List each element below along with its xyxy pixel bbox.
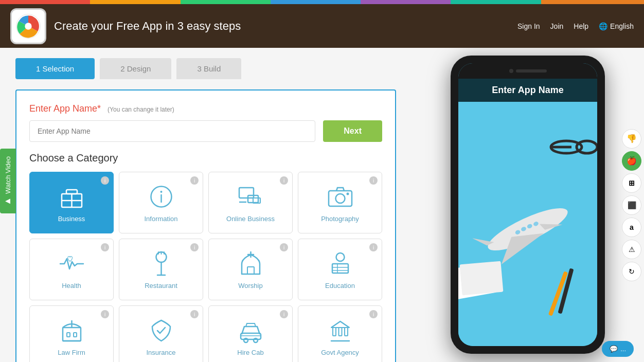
app-name-label: Enter App Name* (You can change it later…	[29, 103, 382, 114]
svg-rect-36	[241, 333, 261, 339]
svg-rect-43	[345, 328, 348, 336]
amazon-icon: a	[630, 223, 634, 231]
online-business-icon	[237, 183, 265, 211]
amazon-icon-btn[interactable]: a	[622, 218, 641, 237]
right-panel: Enter App Name	[412, 48, 644, 362]
info-badge-education[interactable]: i	[369, 243, 378, 251]
svg-rect-41	[333, 328, 336, 336]
play-icon: ▶	[4, 198, 12, 206]
tab-selection[interactable]: 1 Selection	[15, 58, 95, 79]
worship-label: Worship	[238, 282, 262, 289]
insurance-icon	[147, 316, 175, 345]
govt-agency-icon	[326, 316, 354, 345]
form-area: Enter App Name* (You can change it later…	[15, 89, 396, 362]
info-badge-law-firm[interactable]: i	[101, 310, 109, 318]
category-grid: i Business i	[29, 172, 382, 362]
info-badge-online-business[interactable]: i	[280, 176, 288, 185]
health-icon	[58, 249, 86, 278]
phone-mockup: Enter App Name	[451, 56, 605, 354]
svg-point-8	[160, 191, 162, 193]
info-badge-insurance[interactable]: i	[190, 310, 199, 318]
category-photography[interactable]: i Photography	[298, 172, 382, 233]
category-health[interactable]: i Health	[29, 239, 114, 300]
page-subtitle: Create your Free App in 3 easy steps	[54, 20, 241, 33]
info-badge-restaurant[interactable]: i	[190, 243, 199, 251]
restaurant-icon	[147, 249, 175, 278]
info-badge-information[interactable]: i	[190, 176, 199, 185]
logo-icon	[10, 8, 46, 44]
hire-cab-icon	[237, 316, 265, 345]
svg-rect-54	[460, 261, 504, 296]
steps-tabs: 1 Selection 2 Design 3 Build	[15, 58, 396, 79]
header: Create your Free App in 3 easy steps Sig…	[0, 4, 644, 48]
category-insurance[interactable]: i Insurance	[119, 305, 203, 362]
info-badge-photography[interactable]: i	[369, 176, 378, 185]
tab-design[interactable]: 2 Design	[100, 58, 171, 79]
svg-point-14	[335, 194, 345, 203]
logo-area: Create your Free App in 3 easy steps	[10, 8, 241, 44]
svg-point-48	[484, 201, 573, 258]
education-icon	[326, 249, 354, 278]
svg-point-15	[346, 193, 349, 195]
svg-point-46	[577, 141, 597, 153]
category-education[interactable]: i Education	[298, 239, 382, 300]
windows-icon-btn[interactable]: ⊞	[622, 173, 641, 193]
choose-category-title: Choose a Category	[29, 152, 382, 164]
health-label: Health	[62, 282, 81, 289]
blackberry-icon-btn[interactable]: ⬛	[622, 195, 641, 215]
svg-point-1	[25, 23, 31, 29]
phone-image	[458, 102, 597, 346]
svg-point-37	[244, 338, 248, 342]
refresh-icon: ↻	[629, 267, 635, 276]
alert-icon-btn[interactable]: ⚠	[622, 240, 641, 259]
thumbsdown-icon: 👎	[627, 134, 637, 143]
language-selector[interactable]: 🌐 English	[599, 22, 634, 30]
top-color-bar	[0, 0, 644, 4]
side-icons: 👎 🍎 ⊞ ⬛ a ⚠ ↻	[622, 129, 641, 281]
refresh-icon-btn[interactable]: ↻	[622, 262, 641, 281]
chat-widget[interactable]: 💬 ...	[602, 341, 634, 357]
phone-screen: Enter App Name	[458, 63, 597, 346]
business-label: Business	[58, 215, 85, 223]
next-button[interactable]: Next	[323, 120, 382, 142]
watch-video-sidebar[interactable]: ▶ Watch Video	[0, 149, 16, 213]
info-badge-govt-agency[interactable]: i	[369, 310, 378, 318]
watch-video-label: Watch Video	[4, 156, 12, 194]
information-label: Information	[144, 215, 177, 223]
join-link[interactable]: Join	[550, 22, 564, 30]
svg-rect-3	[66, 190, 77, 194]
category-online-business[interactable]: i Online Business	[208, 172, 293, 233]
help-link[interactable]: Help	[574, 22, 588, 30]
chat-icon: 💬	[610, 345, 618, 353]
app-name-input[interactable]	[29, 120, 315, 142]
info-badge-business[interactable]: i	[101, 176, 109, 185]
tab-build[interactable]: 3 Build	[176, 58, 241, 79]
svg-rect-9	[239, 188, 254, 198]
thumbsdown-icon-btn[interactable]: 👎	[622, 129, 641, 149]
info-badge-hire-cab[interactable]: i	[280, 310, 288, 318]
category-worship[interactable]: i Worship	[208, 239, 293, 300]
input-row: Next	[29, 120, 382, 142]
chat-dots: ...	[620, 345, 626, 353]
main-content: 1 Selection 2 Design 3 Build Enter App N…	[0, 48, 644, 362]
online-business-label: Online Business	[226, 215, 275, 223]
svg-rect-33	[74, 333, 77, 337]
info-badge-worship[interactable]: i	[280, 243, 288, 251]
govt-agency-label: Govt Agency	[321, 349, 359, 356]
info-badge-health[interactable]: i	[101, 243, 109, 251]
category-hire-cab[interactable]: i Hire Cab	[208, 305, 293, 362]
svg-point-38	[254, 338, 258, 342]
hire-cab-label: Hire Cab	[237, 349, 263, 356]
worship-icon	[237, 249, 265, 278]
category-restaurant[interactable]: i Restaurant	[119, 239, 203, 300]
category-business[interactable]: i Business	[29, 172, 114, 233]
law-firm-label: Law Firm	[58, 349, 85, 356]
apple-icon-btn[interactable]: 🍎	[622, 151, 641, 171]
photography-label: Photography	[321, 215, 359, 223]
windows-icon: ⊞	[629, 179, 635, 187]
phone-app-title: Enter App Name	[458, 79, 597, 102]
sign-in-link[interactable]: Sign In	[517, 22, 540, 30]
category-law-firm[interactable]: i Law Firm	[29, 305, 114, 362]
category-govt-agency[interactable]: i Govt Agency	[298, 305, 382, 362]
category-information[interactable]: i Information	[119, 172, 203, 233]
